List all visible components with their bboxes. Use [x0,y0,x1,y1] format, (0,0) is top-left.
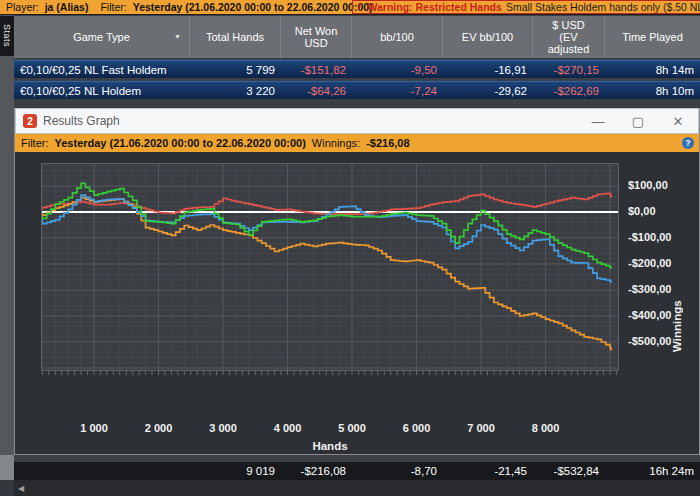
cell-usd-ev: -$270,15 [533,61,605,78]
plot-area [41,163,619,376]
y-tick-label: -$100,00 [628,231,692,245]
summary-spacer [14,462,190,480]
y-tick-label: $100,00 [628,179,692,193]
y-axis-title: Winnings [671,272,683,352]
table-body: €0,10/€0,25 NL Fast Holdem 5 799 -$151,8… [14,60,700,102]
cell-game-type: €0,10/€0,25 NL Holdem [14,82,190,99]
x-axis-title: Hands [41,440,619,452]
maximize-button[interactable]: ▢ [618,109,658,133]
summary-ev-bb100: -21,45 [443,462,533,480]
cell-bb100: -7,24 [352,82,443,99]
table-row[interactable]: €0,10/€0,25 NL Fast Holdem 5 799 -$151,8… [14,60,700,78]
scrollbar-corner [0,455,14,480]
cell-total-hands: 3 220 [190,82,281,99]
y-tick-label: $0,00 [628,205,692,219]
summary-net-won: -$216,08 [281,462,352,480]
warning-label: Warning: Restricted Hands [368,1,502,13]
graph-filter-bar: Filter: Yesterday (21.06.2020 00:00 to 2… [15,134,699,152]
graph-filter-value: Yesterday (21.06.2020 00:00 to 22.06.202… [55,137,306,149]
x-tick-label: 6 000 [391,422,443,434]
warning-text: Small Stakes Holdem hands only ($.50 NL,… [506,1,700,13]
x-tick-label: 3 000 [197,422,249,434]
window-title: Results Graph [43,114,120,128]
graph-area: $100,00$0,00-$100,00-$200,00-$300,00-$40… [15,152,699,454]
cell-net-won: -$64,26 [281,82,352,99]
warning-banner: ! Warning: Restricted Hands Small Stakes… [352,0,700,14]
column-header-label: Game Type [73,31,130,43]
column-header-game-type[interactable]: Game Type ▼ [14,16,190,58]
winnings-label: Winnings: [312,137,360,149]
column-header-bb100[interactable]: bb/100 [352,16,443,58]
top-status-bar: Player: ja (Alias) Filter: Yesterday (21… [0,0,700,15]
scrollbar-corner-dark [0,480,14,496]
left-sidebar-strip [0,15,14,455]
column-header-net-won[interactable]: Net Won USD [281,16,352,58]
x-tick-label: 8 000 [520,422,572,434]
cell-ev-bb100: -29,62 [443,82,533,99]
y-tick-label: -$200,00 [628,257,692,271]
column-header-total-hands[interactable]: Total Hands [190,16,281,58]
graph-filter-label: Filter: [21,137,49,149]
cell-time-played: 8h 14m [605,61,700,78]
results-chart [41,163,619,376]
results-graph-window: 2 Results Graph — ▢ ✕ Filter: Yesterday … [14,108,700,455]
table-row[interactable]: €0,10/€0,25 NL Holdem 3 220 -$64,26 -7,2… [14,81,700,99]
scroll-left-icon[interactable]: ◀ [18,484,24,493]
horizontal-scrollbar[interactable]: ◀ [14,480,700,496]
x-tick-label: 2 000 [133,422,185,434]
cell-bb100: -9,50 [352,61,443,78]
x-tick-label: 1 000 [68,422,120,434]
filter-label: Filter: [100,1,126,13]
table-summary-row: 9 019 -$216,08 -8,70 -21,45 -$532,84 16h… [14,462,700,480]
table-header: Game Type ▼ Total Hands Net Won USD bb/1… [14,16,700,58]
column-header-ev-bb100[interactable]: EV bb/100 [443,16,533,58]
stats-tab[interactable]: Stats [0,16,14,56]
cell-usd-ev: -$262,69 [533,82,605,99]
cell-game-type: €0,10/€0,25 NL Fast Holdem [14,61,190,78]
cell-ev-bb100: -16,91 [443,61,533,78]
cell-total-hands: 5 799 [190,61,281,78]
summary-bb100: -8,70 [352,462,443,480]
close-button[interactable]: ✕ [658,109,698,133]
column-header-time-played[interactable]: Time Played [605,16,700,58]
cell-time-played: 8h 10m [605,82,700,99]
cell-net-won: -$151,82 [281,61,352,78]
x-tick-label: 7 000 [455,422,507,434]
summary-usd-ev: -$532,84 [533,462,605,480]
warning-icon: ! [358,1,362,13]
filter-value: Yesterday (21.06.2020 00:00 to 22.06.202… [133,1,373,13]
x-tick-label: 4 000 [262,422,314,434]
help-icon[interactable]: ? [682,137,694,149]
player-value: ja (Alias) [45,1,89,13]
minimize-button[interactable]: — [578,109,618,133]
window-titlebar[interactable]: 2 Results Graph — ▢ ✕ [15,108,699,134]
dropdown-arrow-icon[interactable]: ▼ [174,31,181,43]
column-header-usd-ev[interactable]: $ USD (EV adjusted [533,16,605,58]
hm2-logo-icon: 2 [23,114,37,128]
player-label: Player: [6,1,39,13]
app-root: Player: ja (Alias) Filter: Yesterday (21… [0,0,700,496]
summary-time-played: 16h 24m [605,462,700,480]
summary-total-hands: 9 019 [190,462,281,480]
x-tick-label: 5 000 [326,422,378,434]
winnings-value: -$216,08 [366,137,409,149]
